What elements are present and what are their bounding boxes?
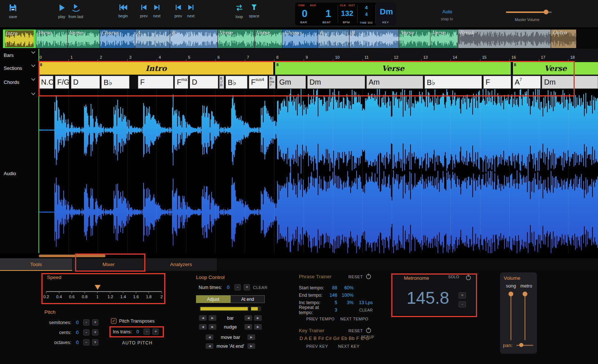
pitch-cents-increment-button[interactable]: + <box>92 329 98 336</box>
play-from-last-button[interactable]: from last <box>68 4 83 19</box>
key-trainer-power-icon[interactable] <box>365 327 372 333</box>
next-beat-button[interactable]: next <box>187 4 195 18</box>
section-verse-2[interactable]: 8Verse <box>513 62 598 75</box>
phrase-trainer-reset-button[interactable]: RESET <box>348 275 363 279</box>
loop-nudge-right-fwd-button[interactable]: ▶ <box>254 324 262 330</box>
chord-cell-14[interactable]: B♭ <box>425 76 482 89</box>
pitch-octaves-increment-button[interactable]: + <box>92 339 98 346</box>
overview-segment-chorus-8[interactable]: Chorus <box>283 30 318 48</box>
overview-segment-a-9[interactable]: A <box>318 30 349 48</box>
prev-bar-button[interactable]: prev <box>140 4 148 18</box>
section-verse-1[interactable]: 8Verse <box>275 62 511 75</box>
chord-cell-6[interactable]: D <box>190 76 218 89</box>
auto-pitch-button[interactable]: AUTO PITCH <box>122 340 152 346</box>
bars-collapse-chevron-icon[interactable] <box>31 50 35 54</box>
loop-range-slider[interactable] <box>200 306 261 311</box>
loop-range-handle[interactable] <box>251 307 258 310</box>
chord-cell-0[interactable]: N.C. <box>39 76 53 89</box>
next-bar-button[interactable]: next <box>153 4 161 18</box>
num-times-decrement-button[interactable]: - <box>234 284 241 290</box>
chord-cell-9[interactable]: Fsus4 <box>249 76 268 89</box>
loop-bar-left-fwd-button[interactable]: ▶ <box>209 315 216 321</box>
ins-trans-decrement-button[interactable]: - <box>143 329 150 335</box>
loop-tab-at-end[interactable]: At end <box>230 295 265 303</box>
ins-trans-increment-button[interactable]: + <box>152 329 159 335</box>
pan-thumb[interactable] <box>519 343 523 347</box>
metro-volume-thumb[interactable] <box>523 292 527 296</box>
playhead[interactable] <box>38 49 39 253</box>
move-at-end-fwd-button[interactable]: ▶ <box>247 343 255 349</box>
speed-track[interactable] <box>46 291 162 292</box>
chord-cell-5[interactable]: Fma7 <box>175 76 188 89</box>
begin-button[interactable]: begin <box>118 4 128 18</box>
tab-analyzers[interactable]: Analyzers <box>145 258 217 271</box>
horizontal-scrollbar[interactable] <box>39 255 105 257</box>
loop-range-fill[interactable] <box>200 307 248 310</box>
chord-cell-3[interactable]: B♭ <box>101 76 129 89</box>
chord-cell-15[interactable]: F <box>483 76 511 89</box>
chord-cell-4[interactable]: F <box>138 76 173 89</box>
chord-cell-7[interactable]: B♭/D <box>219 76 224 89</box>
overview-segment-b-5[interactable]: B <box>170 30 217 48</box>
prev-tempo-button[interactable]: PREV TEMPO <box>306 317 335 321</box>
chords-collapse-chevron-icon[interactable] <box>31 76 35 81</box>
overview-segment-break-13[interactable]: Break <box>458 30 551 48</box>
phrase-trainer-power-icon[interactable] <box>365 273 372 279</box>
chord-cell-16[interactable]: A7 <box>513 76 541 89</box>
overview-segment-verse-12[interactable]: Verse <box>430 30 458 48</box>
overview-segment-a-4[interactable]: A <box>135 30 170 48</box>
key-trainer-setup-button[interactable]: SETUP <box>361 335 374 339</box>
overview-segment-verse-1[interactable]: Verse <box>36 30 67 48</box>
play-button[interactable]: play <box>58 4 66 19</box>
move-bar-fwd-button[interactable]: ▶ <box>247 334 255 340</box>
audio-collapse-chevron-icon[interactable] <box>31 91 35 95</box>
chord-cell-10[interactable]: B♭ma7 <box>269 76 276 89</box>
metronome-solo-button[interactable]: SOLO <box>448 275 459 279</box>
chord-cell-8[interactable]: B♭ <box>226 76 247 89</box>
overview-segment-b-10[interactable]: B <box>349 30 399 48</box>
overview-segment-verse-7[interactable]: Verse <box>255 30 282 48</box>
loop-nudge-right-back-button[interactable]: ◀ <box>244 324 252 330</box>
loop-nudge-left-back-button[interactable]: ◀ <box>199 324 207 330</box>
bar-ruler[interactable]: 0123456789101112131415161718 <box>39 49 598 61</box>
loop-bar-right-back-button[interactable]: ◀ <box>244 315 252 321</box>
num-times-increment-button[interactable]: + <box>244 284 250 290</box>
overview-strip[interactable]: IntroVerseVerseChorusABVerseVerseChorusA… <box>0 29 598 49</box>
waveform-area[interactable] <box>39 89 598 253</box>
prev-beat-button[interactable]: prev <box>174 4 182 18</box>
phrase-row-extra[interactable]: CLEAR <box>354 308 373 312</box>
pitch-semitones-increment-button[interactable]: + <box>92 319 98 326</box>
key-trainer-reset-button[interactable]: RESET <box>348 329 363 333</box>
overview-segment-verse-6[interactable]: Verse <box>218 30 254 48</box>
pan-slider[interactable] <box>516 345 533 346</box>
tab-tools[interactable]: Tools <box>0 258 72 271</box>
metronome-increment-button[interactable]: + <box>459 292 466 299</box>
prev-key-button[interactable]: PREV KEY <box>306 344 328 348</box>
sections-collapse-chevron-icon[interactable] <box>31 63 35 67</box>
save-button[interactable]: save <box>9 4 17 19</box>
overview-segment-verse-2[interactable]: Verse <box>68 30 99 48</box>
chord-cell-17[interactable]: Dm <box>542 76 598 89</box>
loop-button[interactable]: loop <box>234 4 244 19</box>
section-intro-0[interactable]: 8Intro <box>39 62 273 75</box>
metronome-decrement-button[interactable]: - <box>459 301 466 307</box>
loop-nudge-left-fwd-button[interactable]: ▶ <box>209 324 216 330</box>
overview-segment-chorus-3[interactable]: Chorus <box>100 30 135 48</box>
loop-bar-left-back-button[interactable]: ◀ <box>199 315 207 321</box>
song-volume-thumb[interactable] <box>509 292 513 296</box>
chord-cell-2[interactable]: D <box>71 76 100 89</box>
speed-thumb[interactable] <box>95 285 101 290</box>
overview-segment-intro-0[interactable]: Intro <box>3 30 36 48</box>
next-key-button[interactable]: NEXT KEY <box>338 344 359 348</box>
chord-cell-13[interactable]: Am <box>366 76 423 89</box>
pitch-transposes-checkbox[interactable]: ✓ <box>111 318 116 324</box>
song-volume-slider[interactable] <box>510 293 511 340</box>
loop-tab-adjust[interactable]: Adjust <box>196 295 230 303</box>
space-marker-button[interactable]: space <box>249 4 259 18</box>
tab-mixer[interactable]: Mixer <box>72 258 145 271</box>
move-bar-back-button[interactable]: ◀ <box>206 334 213 340</box>
next-tempo-button[interactable]: NEXT TEMPO <box>340 317 368 321</box>
master-volume-thumb[interactable] <box>544 10 548 14</box>
loop-bar-right-fwd-button[interactable]: ▶ <box>254 315 262 321</box>
pitch-semitones-decrement-button[interactable]: - <box>83 319 89 326</box>
